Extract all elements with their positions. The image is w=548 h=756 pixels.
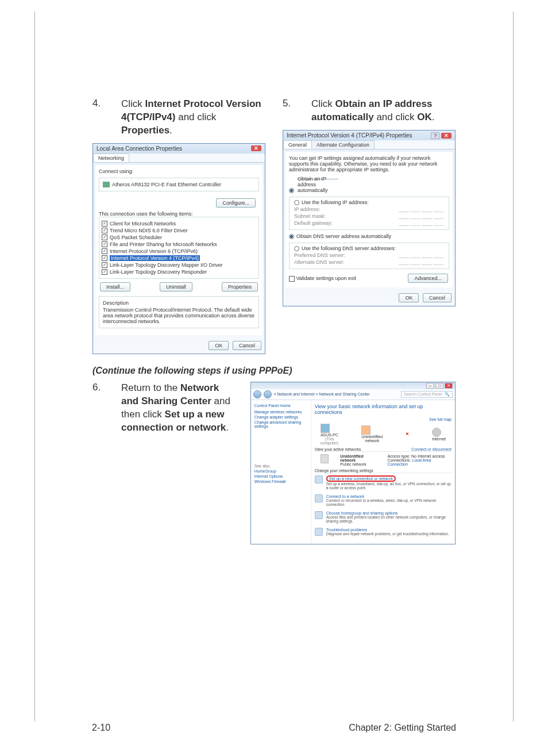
list-item: Link-Layer Topology Discovery Mapper I/O… [110,262,222,268]
troubleshoot-desc: Diagnose and repair network problems, or… [326,532,449,536]
sidebar-link[interactable]: Change advanced sharing settings [254,420,307,428]
ok-button[interactable]: OK [399,293,419,302]
network-sharing-center-window: – □ ✕ « Network and Internet » Network a… [250,382,456,544]
setup-connection-desc: Set up a wireless, broadband, dial-up, a… [326,482,451,490]
connect-network-icon [315,494,323,502]
change-settings-h: Change your networking settings [315,469,451,473]
sidebar-link[interactable]: Manage wireless networks [254,410,307,414]
forward-icon[interactable] [264,390,272,398]
network-icon [361,425,371,435]
see-also-link[interactable]: HomeGroup [254,469,307,473]
internet-icon [432,428,441,437]
radio-use-dns[interactable] [294,246,299,251]
tab-networking[interactable]: Networking [93,153,129,162]
checkbox-icon[interactable]: ✓ [102,248,107,254]
continue-note: (Continue the following steps if using P… [92,366,456,376]
connection-items-list[interactable]: ✓Client for Microsoft Networks ✓Trend Mi… [99,217,259,279]
use-dns-label: Use the following DNS server addresses: [302,245,396,251]
ok-button[interactable]: OK [209,341,229,350]
search-input[interactable]: Search Control Panel🔍 [401,391,453,398]
access-value: No Internet access [411,454,445,458]
step5-num: 5. [283,98,311,124]
checkbox-icon[interactable]: ✓ [102,228,107,233]
close-icon[interactable]: ✕ [441,133,451,139]
list-item: Internet Protocol Version 6 (TCP/IPv6) [110,248,198,254]
search-icon: 🔍 [445,392,450,397]
unidentified-net: Unidentified network [340,454,376,462]
install-button[interactable]: Install... [100,282,130,291]
list-item: Trend Micro NDIS 6.0 Filter Driver [110,228,188,233]
ip-address-label: IP address: [294,206,357,212]
homegroup-link[interactable]: Choose homegroup and sharing options [326,511,398,515]
step6-num: 6. [92,382,121,435]
radio-use-ip[interactable] [294,200,299,205]
uses-label: This connection uses the following items… [99,211,259,217]
checkbox-icon[interactable]: ✓ [102,255,107,261]
help-icon[interactable]: ? [431,132,439,139]
connect-network-desc: Connect or reconnect to a wireless, wire… [326,498,451,506]
connect-disconnect-link[interactable]: Connect or disconnect [411,447,451,451]
close-icon[interactable]: ✕ [251,145,261,151]
pc-icon [321,424,330,433]
maximize-icon[interactable]: □ [435,383,443,389]
list-item: Link-Layer Topology Discovery Responder [110,269,207,275]
dlg2-title: Internet Protocol Version 4 (TCP/IPv4) P… [287,132,412,139]
minimize-icon[interactable]: – [426,383,434,389]
radio-auto-ip[interactable] [289,188,294,193]
list-item-selected[interactable]: Internet Protocol Version 4 (TCP/IPv4) [110,255,200,261]
cp-heading: View your basic network information and … [315,404,451,415]
checkbox-icon[interactable]: ✓ [102,241,107,247]
active-networks-h: View your active networks [315,447,361,451]
see-also-link[interactable]: Internet Options [254,474,307,478]
see-also-link[interactable]: Windows Firewall [254,479,307,483]
subnet-label: Subnet mask: [294,213,357,219]
list-item: File and Printer Sharing for Microsoft N… [110,241,217,247]
description-header: Description [103,300,255,306]
checkbox-icon[interactable]: ✓ [102,235,107,240]
ipv4-intro: You can get IP settings assigned automat… [289,155,449,172]
checkbox-icon[interactable]: ✓ [102,221,107,227]
advanced-button[interactable]: Advanced... [408,274,448,283]
alt-dns-label: Alternate DNS server: [294,259,357,265]
map-pc: ASUS-PC [321,433,339,437]
uninstall-button[interactable]: Uninstall [160,282,192,291]
checkbox-icon[interactable]: ✓ [102,262,107,268]
close-icon[interactable]: ✕ [445,383,453,389]
setup-connection-link[interactable]: Set up a new connection or network [329,477,393,481]
validate-checkbox[interactable] [289,276,295,282]
list-item: QoS Packet Scheduler [110,235,162,240]
adapter-name: Atheros AR8132 PCI-E Fast Ethernet Contr… [112,182,221,187]
connect-using-label: Connect using: [99,168,259,174]
tab-general[interactable]: General [283,140,312,149]
sidebar-link[interactable]: Change adapter settings [254,415,307,419]
radio-auto-dns[interactable] [289,234,294,239]
cp-home-link[interactable]: Control Panel Home [254,404,307,408]
connect-network-link[interactable]: Connect to a network [326,494,364,498]
page-number: 2-10 [92,723,110,733]
step6-text: Return to the Network and Sharing Center… [121,382,239,435]
tab-alternate[interactable]: Alternate Configuration [311,140,375,149]
step5-text: Click Obtain an IP address automatically… [311,98,456,124]
map-inet: Internet [432,437,446,441]
see-also-label: See also [254,464,307,468]
setup-connection-icon [315,475,323,483]
connections-label: Connections: [387,458,411,462]
troubleshoot-link[interactable]: Troubleshoot problems [326,528,367,532]
use-ip-label: Use the following IP address: [302,199,368,205]
gateway-label: Default gateway: [294,220,357,226]
configure-button[interactable]: Configure... [216,198,256,208]
lan-properties-dialog: Local Area Connection Properties ✕ Netwo… [92,143,265,354]
breadcrumb[interactable]: « Network and Internet » Network and Sha… [274,392,370,396]
properties-button[interactable]: Properties [222,282,258,291]
description-text: Transmission Control Protocol/Internet P… [103,307,255,324]
checkbox-icon[interactable]: ✓ [102,269,107,275]
back-icon[interactable] [253,390,261,398]
adapter-icon [103,182,110,187]
network-status-icon [321,454,329,463]
dlg1-title: Local Area Connection Properties [97,145,182,152]
cancel-button[interactable]: Cancel [423,293,451,302]
cancel-button[interactable]: Cancel [233,341,261,350]
map-net: Unidentified network [361,435,383,443]
validate-label: Validate settings upon exit [296,275,356,281]
see-full-map-link[interactable]: See full map [429,417,451,421]
